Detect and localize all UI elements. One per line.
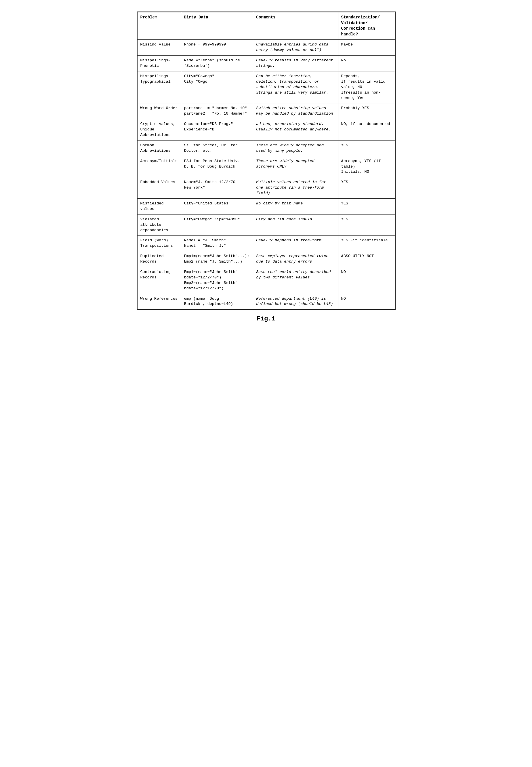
cell-comments: ad-hoc, proprietary standard. Usually no…	[253, 119, 338, 140]
table-row: Cryptic values, Unique AbbreviationsOccu…	[137, 119, 395, 140]
cell-comments: Unavailable entries during data entry (d…	[253, 40, 338, 56]
cell-standardization: ABSOLUTELY NOT	[338, 251, 395, 267]
table-row: Embedded ValuesName="J. Smith 12/2/70New…	[137, 177, 395, 199]
table-row: Missing valuePhone = 999–999999Unavailab…	[137, 40, 395, 56]
cell-problem: Wrong References	[137, 294, 181, 309]
cell-standardization: NO	[338, 294, 395, 309]
cell-problem: Common Abbreviations	[137, 140, 181, 156]
cell-problem: Missing value	[137, 40, 181, 56]
cell-standardization: Probably YES	[338, 103, 395, 119]
cell-dirty: Phone = 999–999999	[181, 40, 253, 56]
table-header-row: Problem Dirty Data Comments Standardizat…	[137, 12, 395, 40]
cell-dirty: City="Owego" Zip="14850"	[181, 214, 253, 235]
table-row: Field (Word) TranspositionsName1 = "J. S…	[137, 235, 395, 251]
table-row: Duplicated RecordsEmp1=(name="John Smith…	[137, 251, 395, 267]
cell-dirty: City="United States"	[181, 198, 253, 214]
cell-standardization: Acronyms, YES (if table)Initials, NO	[338, 156, 395, 177]
header-standardization: Standardization/ Validation/ Correction …	[338, 12, 395, 40]
table-row: Acronym/InitialsPSU for Penn State Univ.…	[137, 156, 395, 177]
cell-standardization: NO	[338, 267, 395, 294]
cell-problem: Misspellings– Phonetic	[137, 56, 181, 71]
header-dirty: Dirty Data	[181, 12, 253, 40]
cell-comments: Can be either insertion, deletion, trans…	[253, 71, 338, 103]
cell-comments: Multiple values entered in for one attri…	[253, 177, 338, 199]
cell-comments: Same employee represented twice due to d…	[253, 251, 338, 267]
header-problem: Problem	[137, 12, 181, 40]
cell-dirty: Name="J. Smith 12/2/70New York"	[181, 177, 253, 199]
cell-dirty: Name ="Zerba" (should be 'Szczerba')	[181, 56, 253, 71]
cell-dirty: Emp1=(name="John Smith"...):Emp2=(name="…	[181, 251, 253, 267]
cell-dirty: PSU for Penn State Univ.D. B. for Doug B…	[181, 156, 253, 177]
cell-standardization: NO, if not documented	[338, 119, 395, 140]
cell-problem: Cryptic values, Unique Abbreviations	[137, 119, 181, 140]
cell-standardization: YES	[338, 198, 395, 214]
cell-standardization: No	[338, 56, 395, 71]
cell-problem: Misspellings – Typographical	[137, 71, 181, 103]
cell-dirty: St. for Street, Dr. for Doctor, etc.	[181, 140, 253, 156]
cell-comments: City and zip code should	[253, 214, 338, 235]
cell-comments: Referenced department (L49) is defined b…	[253, 294, 338, 309]
cell-dirty: Emp1=(name="John Smith"bdate="12/2/70")E…	[181, 267, 253, 294]
cell-standardization: YES	[338, 140, 395, 156]
table-row: Contradicting RecordsEmp1=(name="John Sm…	[137, 267, 395, 294]
data-quality-table: Problem Dirty Data Comments Standardizat…	[137, 12, 395, 309]
cell-standardization: YES –if identifiable	[338, 235, 395, 251]
table-row: Misspellings– PhoneticName ="Zerba" (sho…	[137, 56, 395, 71]
cell-dirty: Name1 = "J. Smith"Name2 = "Smith J."	[181, 235, 253, 251]
cell-comments: These are widely accepted acronyms ONLY	[253, 156, 338, 177]
cell-comments: Switch entire substring values – may be …	[253, 103, 338, 119]
table-row: Misfielded valuesCity="United States"No …	[137, 198, 395, 214]
cell-dirty: emp=(name="DougBurdick", deptno=L49)	[181, 294, 253, 309]
table-row: Wrong Referencesemp=(name="DougBurdick",…	[137, 294, 395, 309]
table-row: Violated attribute dependanciesCity="Owe…	[137, 214, 395, 235]
figure-caption: Fig.1	[256, 315, 275, 322]
cell-standardization: YES	[338, 214, 395, 235]
cell-standardization: Maybe	[338, 40, 395, 56]
cell-problem: Violated attribute dependancies	[137, 214, 181, 235]
cell-problem: Embedded Values	[137, 177, 181, 199]
cell-standardization: Depends,If results in valid value, NOIfr…	[338, 71, 395, 103]
cell-problem: Acronym/Initials	[137, 156, 181, 177]
table-row: Wrong Word OrderpartName1 = "Hammer No. …	[137, 103, 395, 119]
main-table-wrapper: Problem Dirty Data Comments Standardizat…	[137, 12, 396, 310]
cell-comments: No city by that name	[253, 198, 338, 214]
cell-problem: Wrong Word Order	[137, 103, 181, 119]
cell-dirty: partName1 = "Hammer No. 10"partName2 = "…	[181, 103, 253, 119]
cell-dirty: City="Oowego"City="Owgo"	[181, 71, 253, 103]
cell-problem: Misfielded values	[137, 198, 181, 214]
header-comments: Comments	[253, 12, 338, 40]
cell-problem: Duplicated Records	[137, 251, 181, 267]
cell-dirty: Occupation="DB Prog."Experience="B"	[181, 119, 253, 140]
cell-problem: Contradicting Records	[137, 267, 181, 294]
cell-problem: Field (Word) Transpositions	[137, 235, 181, 251]
table-row: Misspellings – TypographicalCity="Oowego…	[137, 71, 395, 103]
cell-standardization: YES	[338, 177, 395, 199]
table-row: Common AbbreviationsSt. for Street, Dr. …	[137, 140, 395, 156]
table-body: Missing valuePhone = 999–999999Unavailab…	[137, 40, 395, 309]
cell-comments: Same real-world entity described by two …	[253, 267, 338, 294]
cell-comments: These are widely accepted and used by ma…	[253, 140, 338, 156]
cell-comments: Usually results in very different string…	[253, 56, 338, 71]
cell-comments: Usually happens in free-form	[253, 235, 338, 251]
